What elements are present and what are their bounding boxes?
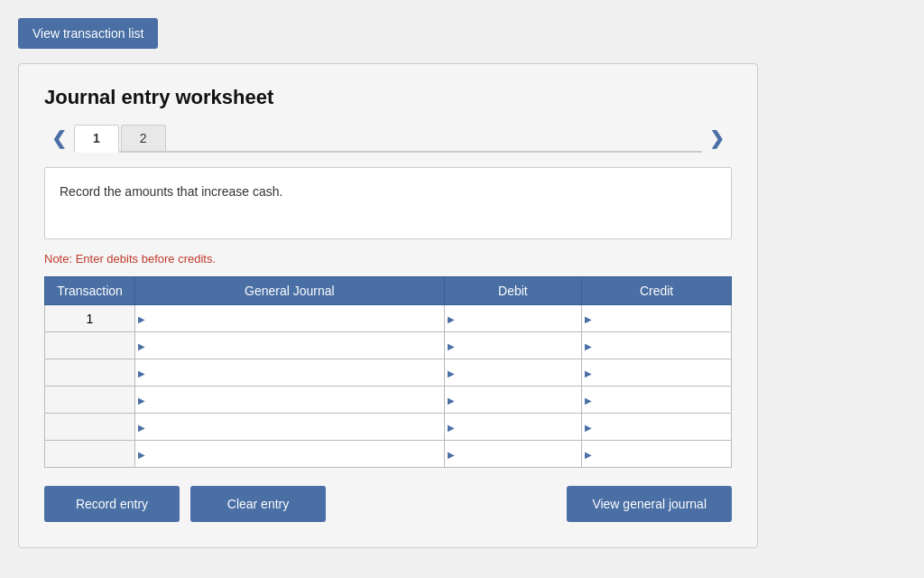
tab-next-button[interactable]: ❯ <box>702 124 732 153</box>
note-text: Note: Enter debits before credits. <box>44 252 732 266</box>
journal-table: Transaction General Journal Debit Credit… <box>44 276 732 468</box>
col-header-transaction: Transaction <box>45 277 135 305</box>
credit-cell[interactable] <box>582 441 732 468</box>
transaction-cell: 1 <box>45 305 135 332</box>
worksheet-container: Journal entry worksheet ❮ 1 2 ❯ Record t… <box>18 63 758 548</box>
tab-1[interactable]: 1 <box>74 125 119 153</box>
table-row <box>45 332 732 359</box>
transaction-cell <box>45 387 135 414</box>
table-row <box>45 359 732 387</box>
credit-cell[interactable] <box>582 305 732 332</box>
debit-cell[interactable] <box>444 359 582 387</box>
general-journal-cell[interactable] <box>135 305 445 332</box>
tabs: 1 2 <box>74 125 702 153</box>
debit-cell[interactable] <box>444 414 582 441</box>
table-row <box>45 414 732 441</box>
transaction-cell <box>45 414 135 441</box>
transaction-cell <box>45 332 135 359</box>
tab-prev-button[interactable]: ❮ <box>44 124 74 153</box>
general-journal-cell[interactable] <box>135 387 445 414</box>
tabs-row: ❮ 1 2 ❯ <box>44 124 732 153</box>
general-journal-cell[interactable] <box>135 359 445 387</box>
credit-cell[interactable] <box>582 359 732 387</box>
debit-cell[interactable] <box>444 387 582 414</box>
col-header-credit: Credit <box>582 277 732 305</box>
record-entry-button[interactable]: Record entry <box>44 486 180 522</box>
credit-cell[interactable] <box>582 414 732 441</box>
worksheet-title: Journal entry worksheet <box>44 86 732 109</box>
debit-cell[interactable] <box>444 332 582 359</box>
tab-2[interactable]: 2 <box>121 125 166 151</box>
debit-cell[interactable] <box>444 441 582 468</box>
instruction-box: Record the amounts that increase cash. <box>44 167 732 239</box>
col-header-debit: Debit <box>444 277 582 305</box>
col-header-general-journal: General Journal <box>135 277 445 305</box>
view-general-journal-button[interactable]: View general journal <box>567 486 732 522</box>
credit-cell[interactable] <box>582 387 732 414</box>
general-journal-cell[interactable] <box>135 332 445 359</box>
clear-entry-button[interactable]: Clear entry <box>190 486 326 522</box>
transaction-cell <box>45 359 135 387</box>
table-row: 1 <box>45 305 732 332</box>
transaction-cell <box>45 441 135 468</box>
general-journal-cell[interactable] <box>135 414 445 441</box>
table-row <box>45 441 732 468</box>
general-journal-cell[interactable] <box>135 441 445 468</box>
credit-cell[interactable] <box>582 332 732 359</box>
buttons-row: Record entry Clear entry View general jo… <box>44 486 732 522</box>
view-transaction-list-button[interactable]: View transaction list <box>18 18 158 49</box>
top-bar: View transaction list <box>18 18 906 49</box>
table-row <box>45 387 732 414</box>
instruction-text: Record the amounts that increase cash. <box>60 184 282 199</box>
debit-cell[interactable] <box>444 305 582 332</box>
